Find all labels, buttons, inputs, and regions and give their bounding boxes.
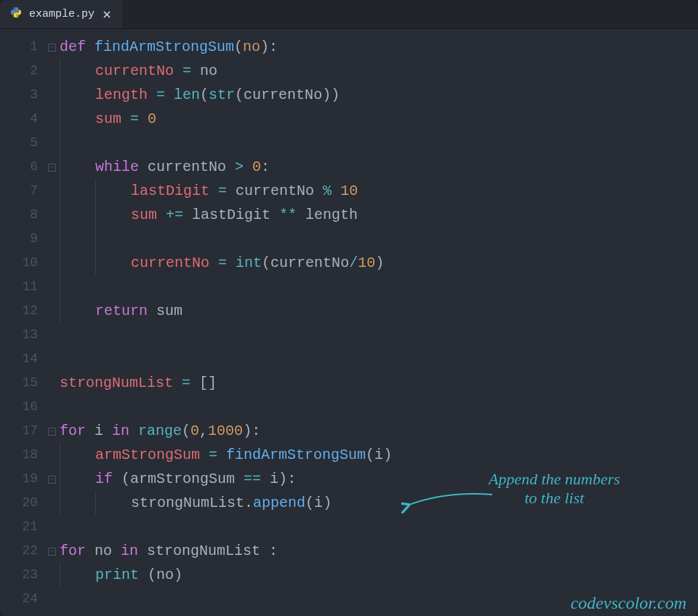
code-line <box>60 347 698 371</box>
tab-title: example.py <box>29 8 95 20</box>
code-line: armStrongSum = findArmStrongSum(i) <box>60 443 698 467</box>
code-line <box>60 275 698 299</box>
code-line: def findArmStrongSum(no): <box>60 35 698 59</box>
code-line: length = len(str(currentNo)) <box>60 83 698 107</box>
annotation-text: Append the numbers to the list <box>489 470 620 508</box>
close-icon[interactable] <box>102 9 112 20</box>
code-line <box>60 227 698 251</box>
fold-toggle-icon[interactable]: − <box>48 428 56 436</box>
code-area[interactable]: def findArmStrongSum(no): currentNo = no… <box>60 35 698 616</box>
fold-gutter: − − − − − <box>44 35 60 616</box>
line-number-gutter: 1 2 3 4 5 6 7 8 9 10 11 12 13 14 15 16 1… <box>0 35 44 616</box>
code-line: for i in range(0,1000): <box>60 419 698 443</box>
code-line <box>60 515 698 539</box>
python-icon <box>10 6 22 23</box>
code-line <box>60 323 698 347</box>
code-line <box>60 395 698 419</box>
code-line: print (no) <box>60 563 698 587</box>
arrow-icon <box>401 487 496 516</box>
code-line: while currentNo > 0: <box>60 155 698 179</box>
code-line: sum += lastDigit ** length <box>60 203 698 227</box>
tab-example-py[interactable]: example.py <box>0 0 122 28</box>
fold-toggle-icon[interactable]: − <box>48 476 56 484</box>
code-line: lastDigit = currentNo % 10 <box>60 179 698 203</box>
code-line: sum = 0 <box>60 107 698 131</box>
code-line: strongNumList = [] <box>60 371 698 395</box>
fold-toggle-icon[interactable]: − <box>48 44 56 52</box>
code-line: for no in strongNumList : <box>60 539 698 563</box>
code-line: currentNo = no <box>60 59 698 83</box>
fold-toggle-icon[interactable]: − <box>48 164 56 172</box>
watermark: codevscolor.com <box>571 593 686 613</box>
code-line: currentNo = int(currentNo/10) <box>60 251 698 275</box>
code-line: return sum <box>60 299 698 323</box>
code-editor[interactable]: 1 2 3 4 5 6 7 8 9 10 11 12 13 14 15 16 1… <box>0 29 698 616</box>
code-line <box>60 131 698 155</box>
fold-toggle-icon[interactable]: − <box>48 548 56 556</box>
tab-bar: example.py <box>0 0 698 29</box>
